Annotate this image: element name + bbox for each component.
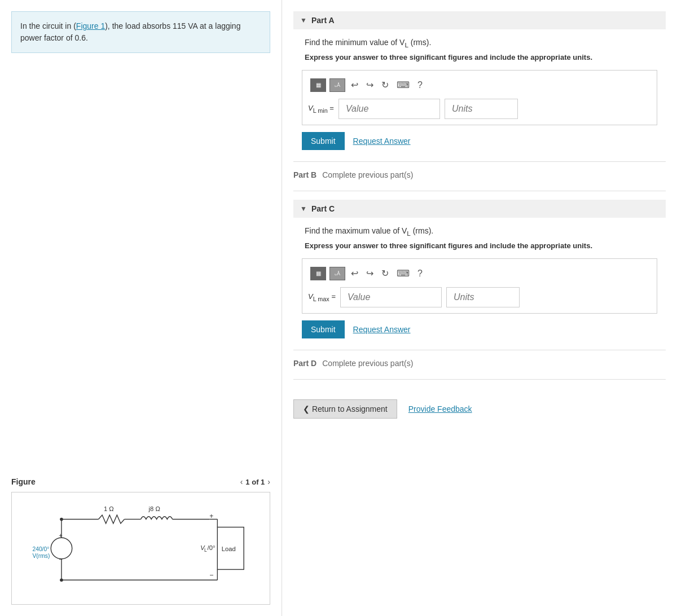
part-a-instruction: Express your answer to three significant…: [302, 53, 657, 61]
part-d-status: Complete previous part(s): [322, 359, 413, 368]
bottom-actions: ❮ Return to Assignment Provide Feedback: [293, 391, 666, 427]
part-a-title: Part A: [311, 16, 335, 25]
figure-link[interactable]: Figure 1: [76, 21, 105, 30]
part-a-question: Find the minimum value of VL (rms).: [302, 38, 657, 49]
part-c-instruction: Express your answer to three significant…: [302, 241, 657, 250]
divider-bc: [293, 191, 666, 191]
divider-cd: [293, 350, 666, 350]
svg-point-21: [60, 518, 63, 521]
svg-text:240/0°: 240/0°: [32, 546, 49, 552]
part-a-actions: Submit Request Answer: [302, 132, 657, 150]
part-a-request-link[interactable]: Request Answer: [353, 137, 411, 146]
part-d-label-row: Part D Complete previous part(s): [293, 359, 666, 368]
part-c-title: Part C: [311, 204, 335, 213]
part-a-input-row: VL min =: [308, 99, 651, 119]
undo-icon[interactable]: ↩: [349, 78, 361, 91]
svg-text:+: +: [59, 532, 63, 539]
part-c-help-icon[interactable]: ?: [415, 267, 425, 280]
part-c-header: ▼ Part C: [293, 200, 666, 218]
redo-icon[interactable]: ↪: [364, 78, 376, 91]
part-a-arrow: ▼: [300, 16, 307, 24]
left-panel: In the circuit in (Figure 1), the load a…: [0, 0, 282, 616]
refresh-icon[interactable]: ↻: [379, 78, 391, 91]
svg-text:j8 Ω: j8 Ω: [148, 505, 160, 512]
part-c-suffix: (rms).: [411, 226, 433, 235]
figure-next-button[interactable]: ›: [267, 477, 270, 486]
part-c-question: Find the maximum value of VL (rms).: [302, 226, 657, 237]
circuit-diagram: + −: [11, 492, 270, 605]
right-panel: ▼ Part A Find the minimum value of VL (r…: [282, 0, 677, 616]
svg-text:1 Ω: 1 Ω: [104, 505, 114, 512]
part-c-redo-icon[interactable]: ↪: [364, 267, 376, 280]
part-a-header: ▼ Part A: [293, 11, 666, 29]
part-c-units-input[interactable]: [446, 287, 520, 307]
part-c-keyboard-icon[interactable]: ⌨: [394, 267, 412, 280]
part-c-refresh-icon[interactable]: ↻: [379, 267, 391, 280]
part-a-toolbar: ▦ ᵤÅ ↩ ↪ ↻ ⌨ ?: [308, 76, 651, 94]
problem-statement: In the circuit in (Figure 1), the load a…: [11, 11, 270, 53]
part-a-value-input[interactable]: [338, 99, 440, 119]
part-c-arrow: ▼: [300, 205, 307, 213]
figure-prev-button[interactable]: ‹: [240, 477, 243, 486]
part-a-input-label: VL min =: [308, 104, 334, 114]
part-a-suffix: (rms).: [408, 38, 431, 47]
part-c-input-label: VL max =: [308, 292, 336, 302]
problem-text-1: In the circuit in (: [20, 21, 76, 30]
figure-header: Figure ‹ 1 of 1 ›: [11, 477, 270, 486]
part-c-section: ▼ Part C Find the maximum value of VL (r…: [293, 200, 666, 338]
figure-nav-text: 1 of 1: [245, 478, 265, 486]
svg-text:V(rms): V(rms): [32, 553, 50, 559]
part-c-undo-icon[interactable]: ↩: [349, 267, 361, 280]
part-c-submit-button[interactable]: Submit: [302, 320, 345, 338]
help-icon[interactable]: ?: [415, 79, 425, 91]
part-b-label: Part B: [293, 170, 316, 179]
figure-nav: ‹ 1 of 1 ›: [240, 477, 270, 486]
text-icon[interactable]: ᵤÅ: [329, 78, 345, 92]
svg-text:+: +: [209, 512, 213, 520]
part-a-submit-button[interactable]: Submit: [302, 132, 345, 150]
figure-label: Figure: [11, 477, 36, 486]
part-c-request-link[interactable]: Request Answer: [353, 325, 411, 334]
part-c-value-input[interactable]: [340, 287, 442, 307]
part-d-label: Part D: [293, 359, 316, 368]
divider-bottom: [293, 379, 666, 380]
part-c-matrix-icon[interactable]: ▦: [310, 267, 326, 280]
provide-feedback-link[interactable]: Provide Feedback: [408, 404, 472, 413]
part-c-toolbar: ▦ ᵤÅ ↩ ↪ ↻ ⌨ ?: [308, 265, 651, 283]
part-c-actions: Submit Request Answer: [302, 320, 657, 338]
divider-ab: [293, 161, 666, 162]
part-b-status: Complete previous part(s): [322, 170, 413, 179]
return-to-assignment-button[interactable]: ❮ Return to Assignment: [293, 399, 397, 419]
keyboard-icon[interactable]: ⌨: [394, 78, 412, 91]
part-b-label-row: Part B Complete previous part(s): [293, 170, 666, 179]
part-c-text-icon[interactable]: ᵤÅ: [329, 267, 345, 280]
part-a-units-input[interactable]: [445, 99, 518, 119]
part-c-question-text: Find the maximum value of V: [305, 226, 407, 235]
part-a-question-text: Find the minimum value of V: [305, 38, 405, 47]
part-a-section: ▼ Part A Find the minimum value of VL (r…: [293, 11, 666, 150]
part-c-answer-box: ▦ ᵤÅ ↩ ↪ ↻ ⌨ ? VL max =: [302, 258, 657, 314]
circuit-svg: + −: [17, 498, 264, 599]
part-a-answer-box: ▦ ᵤÅ ↩ ↪ ↻ ⌨ ? VL min =: [302, 70, 657, 125]
svg-point-22: [60, 578, 63, 582]
svg-text:/0°: /0°: [208, 544, 216, 551]
svg-text:L: L: [204, 547, 207, 553]
svg-text:Load: Load: [222, 545, 236, 552]
part-b-section: Part B Complete previous part(s): [293, 170, 666, 179]
svg-text:−: −: [59, 556, 63, 562]
svg-text:−: −: [209, 571, 213, 579]
figure-section: Figure ‹ 1 of 1 › + −: [11, 477, 270, 605]
part-d-section: Part D Complete previous part(s): [293, 359, 666, 368]
matrix-icon[interactable]: ▦: [310, 78, 326, 92]
part-c-input-row: VL max =: [308, 287, 651, 307]
